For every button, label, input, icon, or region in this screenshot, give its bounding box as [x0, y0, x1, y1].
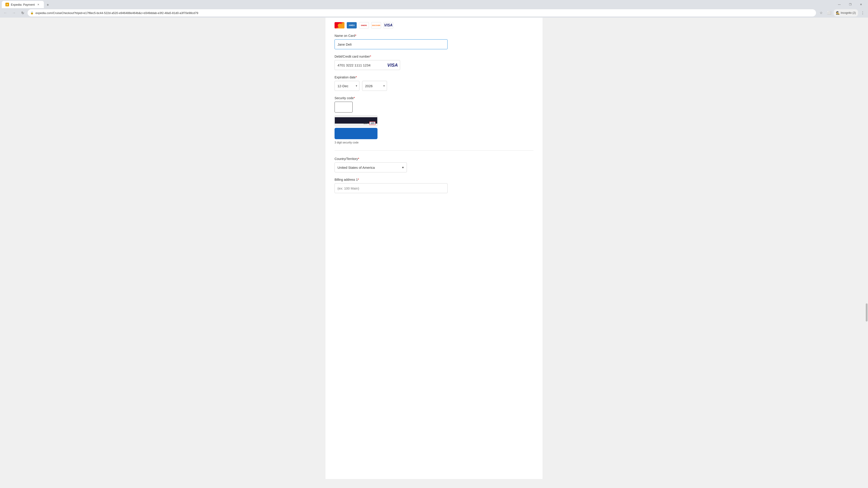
diners-icon: DINERS: [359, 22, 369, 29]
card-required-star: *: [370, 55, 371, 58]
menu-button[interactable]: ⋮: [859, 9, 866, 17]
lock-icon: 🔒: [30, 11, 34, 14]
nav-right-icons: ☆ ⬜ 🕵 Incognito (2) ⋮: [817, 9, 866, 17]
country-select-wrapper: United States of America Canada United K…: [335, 162, 407, 172]
new-tab-button[interactable]: +: [45, 2, 51, 8]
back-button[interactable]: ←: [2, 9, 9, 17]
country-section: Country/Territory* United States of Amer…: [335, 157, 533, 172]
security-required-star: *: [354, 96, 355, 100]
tab-close-button[interactable]: ✕: [37, 3, 40, 6]
cvv-illustration: 1234 123 3 digit security code: [335, 115, 377, 144]
bookmark-button[interactable]: ☆: [817, 9, 825, 17]
country-label: Country/Territory*: [335, 157, 533, 161]
name-input[interactable]: [335, 39, 447, 49]
card-number-label: Debit/Credit card number*: [335, 55, 533, 58]
cvv-sig-number: 1234: [364, 122, 368, 125]
name-on-card-section: Name on Card*: [335, 34, 533, 49]
card-type-icons: AMEX DINERS DISCOVER VISA: [335, 22, 533, 29]
nav-bar: ← → ↻ 🔒 expedia.com/CruiseCheckout?tripi…: [0, 8, 868, 18]
expiry-required-star: *: [355, 75, 357, 79]
expiry-year-select[interactable]: 20242025 2026 2027202820292030: [362, 81, 387, 91]
active-tab[interactable]: e Expedia: Payment ✕: [2, 1, 44, 8]
url-text: expedia.com/CruiseCheckout?tripid=e17f8e…: [35, 11, 813, 15]
card-number-section: Debit/Credit card number* VISA: [335, 55, 533, 70]
page-content: AMEX DINERS DISCOVER VISA Name on Card* …: [326, 18, 542, 479]
reload-button[interactable]: ↻: [19, 9, 26, 17]
cvv-signature-area: 1234 123: [364, 122, 375, 125]
name-label: Name on Card*: [335, 34, 533, 37]
tab-title: Expedia: Payment: [11, 3, 35, 6]
card-number-wrapper: VISA: [335, 60, 400, 70]
tab-favicon: e: [5, 3, 9, 6]
close-button[interactable]: ✕: [856, 1, 866, 8]
country-required-star: *: [358, 157, 359, 161]
expiry-month-select[interactable]: 12-Dec 1-Jan2-Feb3-Mar 4-Apr5-May6-Jun 7…: [335, 81, 360, 91]
scrollbar-thumb[interactable]: [866, 303, 868, 322]
mastercard-icon: [335, 22, 344, 29]
expiry-year-wrapper: 20242025 2026 2027202820292030 ▾: [362, 81, 387, 91]
window-controls: — ❐ ✕: [834, 1, 866, 8]
incognito-indicator: 🕵 Incognito (2): [834, 9, 858, 17]
cvv-card-back: 1234 123: [335, 115, 377, 127]
billing-address-input[interactable]: [335, 183, 447, 193]
cvv-card-front: [335, 128, 377, 139]
security-code-input[interactable]: [335, 102, 352, 112]
name-required-star: *: [355, 34, 356, 37]
country-select[interactable]: United States of America Canada United K…: [335, 162, 407, 172]
scrollbar[interactable]: [865, 27, 868, 479]
security-code-section: Security code* 1234 123 3 digit security…: [335, 96, 533, 144]
incognito-label: Incognito (2): [841, 11, 856, 14]
minimize-button[interactable]: —: [834, 1, 844, 8]
cvv-hint-text: 3 digit security code: [335, 141, 377, 144]
billing-label: Billing address 1*: [335, 178, 533, 182]
forward-button[interactable]: →: [10, 9, 18, 17]
expiry-month-wrapper: 12-Dec 1-Jan2-Feb3-Mar 4-Apr5-May6-Jun 7…: [335, 81, 360, 91]
billing-required-star: *: [358, 178, 359, 182]
address-bar[interactable]: 🔒 expedia.com/CruiseCheckout?tripid=e17f…: [28, 9, 816, 17]
cvv-code-box: 123: [369, 122, 375, 125]
billing-address-section: Billing address 1*: [335, 178, 533, 193]
expiry-row: 12-Dec 1-Jan2-Feb3-Mar 4-Apr5-May6-Jun 7…: [335, 81, 533, 91]
card-brand-indicator: VISA: [387, 63, 398, 68]
amex-icon: AMEX: [347, 22, 357, 29]
expiry-label: Expiration date*: [335, 75, 533, 79]
expiry-section: Expiration date* 12-Dec 1-Jan2-Feb3-Mar …: [335, 75, 533, 91]
visa-card-icon: VISA: [383, 22, 393, 29]
restore-button[interactable]: ❐: [845, 1, 855, 8]
security-label: Security code*: [335, 96, 533, 100]
extensions-button[interactable]: ⬜: [826, 9, 833, 17]
discover-icon: DISCOVER: [371, 22, 381, 29]
tab-bar: e Expedia: Payment ✕ + — ❐ ✕: [0, 0, 868, 8]
